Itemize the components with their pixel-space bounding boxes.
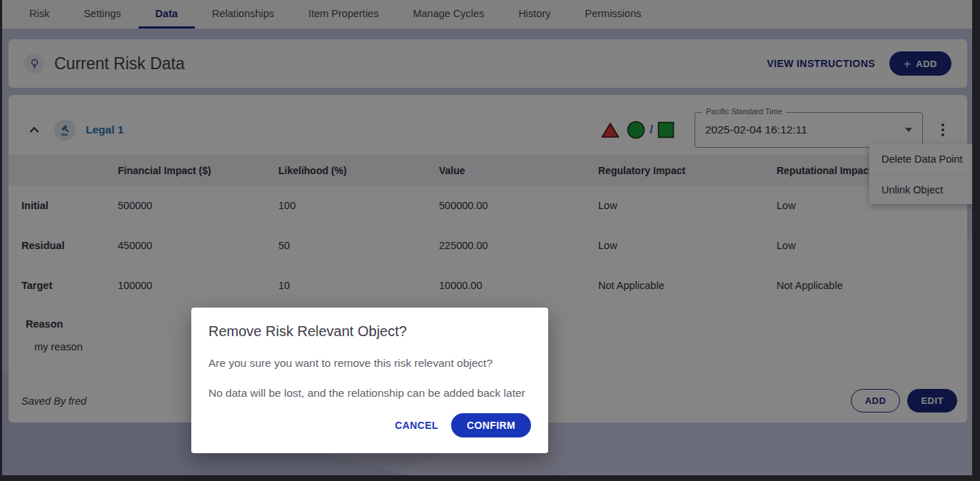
dialog-title: Remove Risk Relevant Object?	[208, 323, 531, 340]
dialog-message-line1: Are you sure you want to remove this ris…	[208, 357, 531, 370]
confirm-button[interactable]: CONFIRM	[451, 413, 531, 437]
remove-object-dialog: Remove Risk Relevant Object? Are you sur…	[191, 308, 548, 453]
cancel-button[interactable]: CANCEL	[395, 420, 438, 431]
dialog-message-line2: No data will be lost, and the relationsh…	[208, 387, 531, 400]
